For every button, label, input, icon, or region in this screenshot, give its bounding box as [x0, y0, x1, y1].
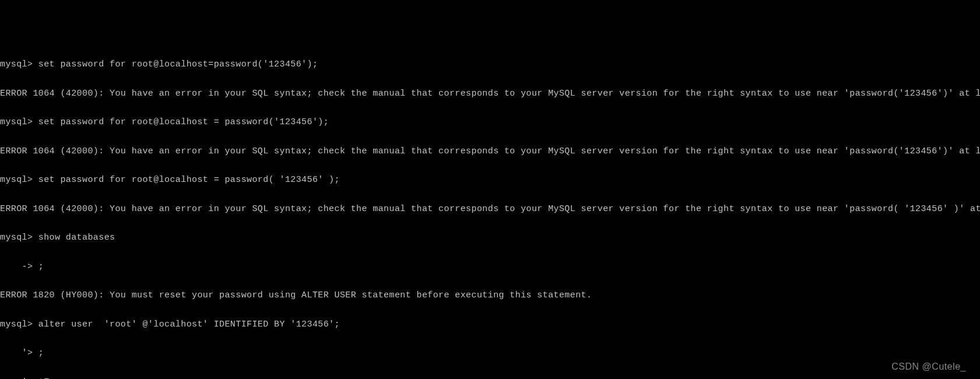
- terminal-line: mysql> set password for root@localhost =…: [0, 176, 980, 185]
- terminal-line: ERROR 1064 (42000): You have an error in…: [0, 147, 980, 157]
- terminal-line: ERROR 1064 (42000): You have an error in…: [0, 205, 980, 215]
- terminal-line: mysql> set password for root@localhost =…: [0, 118, 980, 128]
- terminal-line: mysql> show databases: [0, 233, 980, 243]
- terminal-line: ERROR 1820 (HY000): You must reset your …: [0, 291, 980, 301]
- terminal-line: mysql> alter user 'root' @'localhost' ID…: [0, 320, 980, 330]
- terminal-line: ERROR 1064 (42000): You have an error in…: [0, 89, 980, 99]
- terminal-output[interactable]: mysql> set password for root@localhost=p…: [0, 38, 980, 379]
- watermark-text: CSDN @Cutele_: [891, 362, 966, 372]
- terminal-line: mysql> set password for root@localhost=p…: [0, 60, 980, 70]
- terminal-line: '> ;: [0, 349, 980, 359]
- terminal-line: -> ;: [0, 262, 980, 272]
